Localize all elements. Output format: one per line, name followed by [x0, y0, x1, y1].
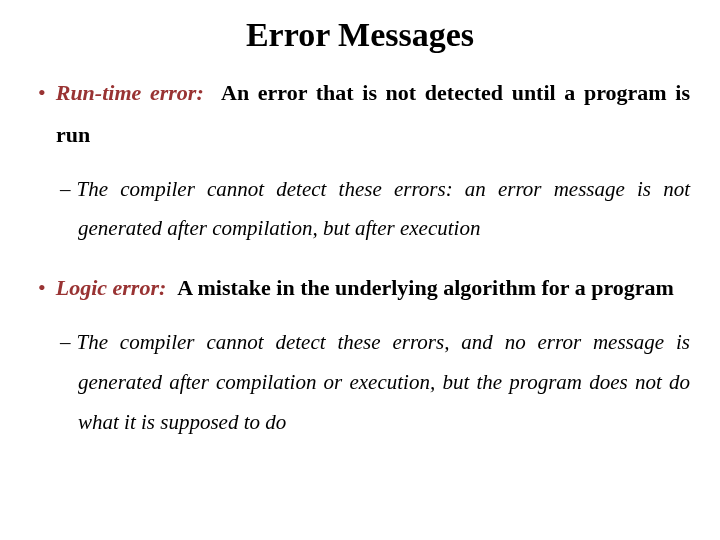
dash-icon: – [60, 177, 77, 201]
dash-icon: – [60, 330, 77, 354]
bullet-logic: •Logic error: A mistake in the underlyin… [30, 267, 690, 309]
sub-bullet-runtime: –The compiler cannot detect these errors… [30, 170, 690, 250]
term-logic: Logic error: [56, 275, 167, 300]
slide: Error Messages •Run-time error: An error… [0, 0, 720, 540]
bullet-icon: • [38, 275, 56, 300]
sub-bullet-logic: –The compiler cannot detect these errors… [30, 323, 690, 443]
slide-title: Error Messages [30, 16, 690, 54]
bullet-icon: • [38, 80, 56, 105]
term-runtime: Run-time error: [56, 80, 204, 105]
sub-text-logic: The compiler cannot detect these errors,… [77, 330, 691, 434]
bullet-runtime: •Run-time error: An error that is not de… [30, 72, 690, 156]
definition-logic: A mistake in the underlying algorithm fo… [177, 275, 674, 300]
sub-text-runtime: The compiler cannot detect these errors:… [77, 177, 691, 241]
